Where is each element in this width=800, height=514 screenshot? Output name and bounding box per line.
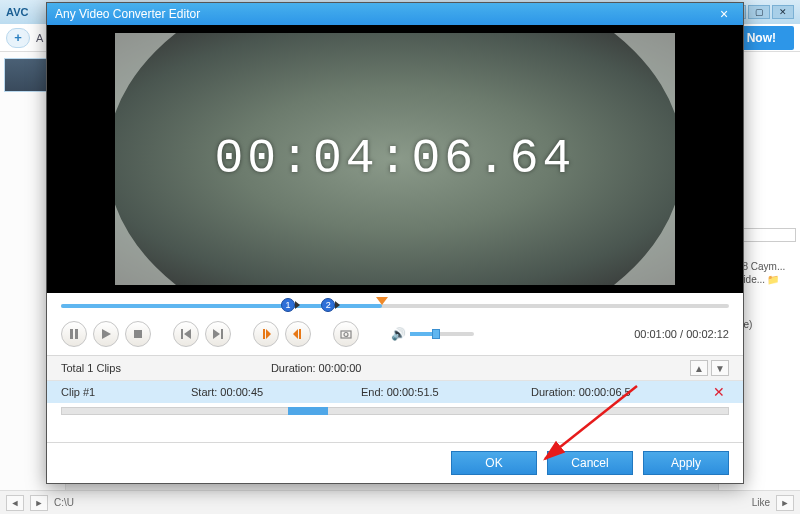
marker-end[interactable]: 2 (321, 298, 335, 312)
plus-icon: + (14, 30, 22, 45)
status-next-button[interactable]: ► (30, 495, 48, 511)
mark-out-button[interactable] (285, 321, 311, 347)
svg-marker-9 (266, 329, 271, 339)
svg-rect-7 (221, 329, 223, 339)
svg-marker-10 (293, 329, 298, 339)
clip-range-selection[interactable] (288, 407, 328, 415)
svg-marker-5 (184, 329, 191, 339)
clip-start: Start: 00:00:45 (191, 386, 361, 398)
svg-point-13 (344, 333, 348, 337)
ok-button[interactable]: OK (451, 451, 537, 475)
status-prev-button[interactable]: ◄ (6, 495, 24, 511)
timeline[interactable]: 1 2 (61, 297, 729, 315)
apply-button[interactable]: Apply (643, 451, 729, 475)
svg-marker-6 (213, 329, 220, 339)
volume-control[interactable]: 🔊 (391, 327, 474, 341)
parent-close-button[interactable]: ✕ (772, 5, 794, 19)
add-label: A (36, 32, 43, 44)
playback-controls: 1 2 🔊 00:01:00 / 00 (47, 293, 743, 355)
svg-rect-3 (134, 330, 142, 338)
move-down-button[interactable]: ▼ (711, 360, 729, 376)
add-video-button[interactable]: + (6, 28, 30, 48)
video-frame: 00:04:06.64 (115, 33, 675, 285)
parent-statusbar: ◄ ► C:\U Like ► (0, 490, 800, 514)
clip-end: End: 00:00:51.5 (361, 386, 531, 398)
dialog-footer: OK Cancel Apply (47, 442, 743, 483)
folder-icon[interactable]: 📁 (767, 274, 779, 285)
dialog-titlebar[interactable]: Any Video Converter Editor × (47, 3, 743, 25)
parent-logo: AVC (6, 6, 28, 18)
delete-clip-button[interactable]: ✕ (709, 384, 729, 400)
transport-buttons: 🔊 00:01:00 / 00:02:12 (61, 315, 729, 355)
time-display: 00:01:00 / 00:02:12 (634, 328, 729, 340)
time-total: 00:02:12 (686, 328, 729, 340)
svg-rect-1 (75, 329, 78, 339)
volume-track[interactable] (410, 332, 474, 336)
playhead-icon[interactable] (376, 297, 388, 305)
next-frame-button[interactable] (205, 321, 231, 347)
svg-rect-11 (299, 329, 301, 339)
parent-maximize-button[interactable]: ▢ (748, 5, 770, 19)
prev-frame-button[interactable] (173, 321, 199, 347)
video-timecode-overlay: 00:04:06.64 (115, 33, 675, 285)
clip-duration: Duration: 00:00:06.5 (531, 386, 709, 398)
clips-header: Total 1 Clips Duration: 00:00:00 ▲ ▼ (47, 356, 743, 381)
cancel-button[interactable]: Cancel (547, 451, 633, 475)
time-current: 00:01:00 (634, 328, 677, 340)
play-button[interactable] (93, 321, 119, 347)
volume-icon: 🔊 (391, 327, 406, 341)
dialog-close-button[interactable]: × (713, 6, 735, 22)
stop-button[interactable] (125, 321, 151, 347)
like-label: Like (752, 497, 770, 508)
dialog-title: Any Video Converter Editor (55, 7, 200, 21)
clips-duration: Duration: 00:00:00 (271, 362, 362, 374)
status-path: C:\U (54, 497, 74, 508)
svg-marker-2 (102, 329, 111, 339)
pause-button[interactable] (61, 321, 87, 347)
clips-panel: Total 1 Clips Duration: 00:00:00 ▲ ▼ Cli… (47, 355, 743, 423)
clips-total: Total 1 Clips (61, 362, 121, 374)
marker-start[interactable]: 1 (281, 298, 295, 312)
svg-rect-8 (263, 329, 265, 339)
svg-rect-4 (181, 329, 183, 339)
mark-in-button[interactable] (253, 321, 279, 347)
volume-thumb[interactable] (432, 329, 440, 339)
status-play-button[interactable]: ► (776, 495, 794, 511)
move-up-button[interactable]: ▲ (690, 360, 708, 376)
video-preview: 00:04:06.64 (47, 25, 743, 293)
clip-row[interactable]: Clip #1 Start: 00:00:45 End: 00:00:51.5 … (47, 381, 743, 403)
editor-dialog: Any Video Converter Editor × 00:04:06.64… (46, 2, 744, 484)
svg-rect-0 (70, 329, 73, 339)
clip-range-bar[interactable] (47, 403, 743, 423)
snapshot-button[interactable] (333, 321, 359, 347)
clip-name: Clip #1 (61, 386, 191, 398)
